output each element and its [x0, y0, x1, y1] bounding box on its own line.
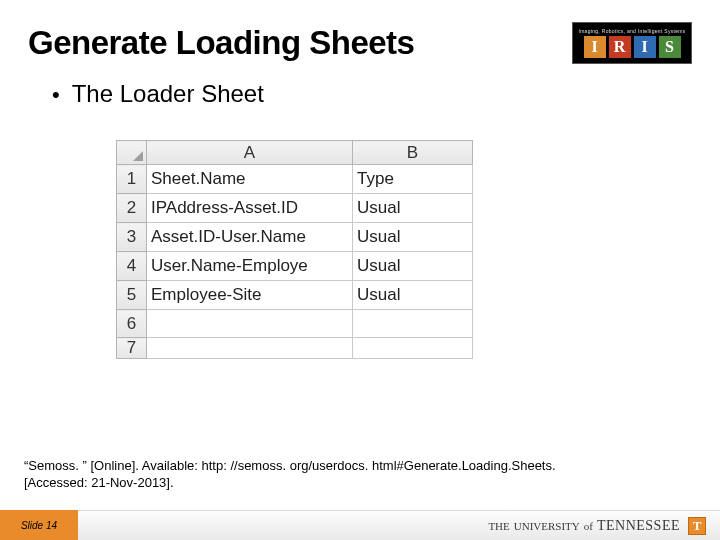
table-row: 7: [117, 338, 473, 359]
university-wordmark: THE UNIVERSITY of TENNESSEE: [488, 518, 680, 534]
cell: Usual: [353, 223, 473, 252]
iris-logo-letters: I R I S: [584, 36, 681, 58]
citation-line-1: “Semoss. ” [Online]. Available: http: //…: [24, 457, 696, 475]
spreadsheet-image: A B 1 Sheet.Name Type 2 IPAddress-Asset.…: [116, 140, 486, 359]
bullet-text: The Loader Sheet: [72, 80, 264, 108]
column-header-a: A: [147, 141, 353, 165]
iris-letter-i2: I: [634, 36, 656, 58]
table-row: 6: [117, 310, 473, 338]
iris-letter-s: S: [659, 36, 681, 58]
citation: “Semoss. ” [Online]. Available: http: //…: [24, 457, 696, 492]
table-row: 1 Sheet.Name Type: [117, 165, 473, 194]
footer-bar: Slide 14 THE UNIVERSITY of TENNESSEE T: [0, 510, 720, 540]
table-row: 2 IPAddress-Asset.ID Usual: [117, 194, 473, 223]
column-header-b: B: [353, 141, 473, 165]
header-row: A B: [117, 141, 473, 165]
table-row: 5 Employee-Site Usual: [117, 281, 473, 310]
cell: [147, 338, 353, 359]
ut-of: of: [584, 520, 593, 532]
title-bar: Generate Loading Sheets Imaging, Robotic…: [0, 0, 720, 70]
ut-university: UNIVERSITY: [514, 520, 580, 532]
bullet-dot-icon: •: [52, 84, 60, 106]
iris-letter-r: R: [609, 36, 631, 58]
cell: Usual: [353, 281, 473, 310]
table-row: 3 Asset.ID-User.Name Usual: [117, 223, 473, 252]
cell: Usual: [353, 194, 473, 223]
citation-line-2: [Accessed: 21-Nov-2013].: [24, 474, 696, 492]
spreadsheet-table: A B 1 Sheet.Name Type 2 IPAddress-Asset.…: [116, 140, 473, 359]
iris-logo-caption: Imaging, Robotics, and Intelligent Syste…: [578, 28, 685, 34]
footer-right: THE UNIVERSITY of TENNESSEE T: [78, 510, 720, 540]
row-header: 4: [117, 252, 147, 281]
cell: IPAddress-Asset.ID: [147, 194, 353, 223]
iris-logo: Imaging, Robotics, and Intelligent Syste…: [572, 22, 692, 64]
slide-number: Slide 14: [0, 510, 78, 540]
cell: Usual: [353, 252, 473, 281]
slide: Generate Loading Sheets Imaging, Robotic…: [0, 0, 720, 540]
table-row: 4 User.Name-Employe Usual: [117, 252, 473, 281]
cell: Type: [353, 165, 473, 194]
cell: User.Name-Employe: [147, 252, 353, 281]
cell: Asset.ID-User.Name: [147, 223, 353, 252]
row-header: 6: [117, 310, 147, 338]
cell: [353, 338, 473, 359]
bullet-item: • The Loader Sheet: [52, 80, 668, 108]
row-header: 5: [117, 281, 147, 310]
select-all-corner: [117, 141, 147, 165]
row-header: 1: [117, 165, 147, 194]
row-header: 7: [117, 338, 147, 359]
ut-the: THE: [488, 520, 509, 532]
slide-title: Generate Loading Sheets: [28, 24, 414, 62]
ut-t-icon: T: [688, 517, 706, 535]
cell: Employee-Site: [147, 281, 353, 310]
bullet-area: • The Loader Sheet: [0, 70, 720, 108]
cell: [147, 310, 353, 338]
cell: [353, 310, 473, 338]
row-header: 2: [117, 194, 147, 223]
ut-tennessee: TENNESSEE: [597, 518, 680, 534]
iris-letter-i: I: [584, 36, 606, 58]
row-header: 3: [117, 223, 147, 252]
cell: Sheet.Name: [147, 165, 353, 194]
